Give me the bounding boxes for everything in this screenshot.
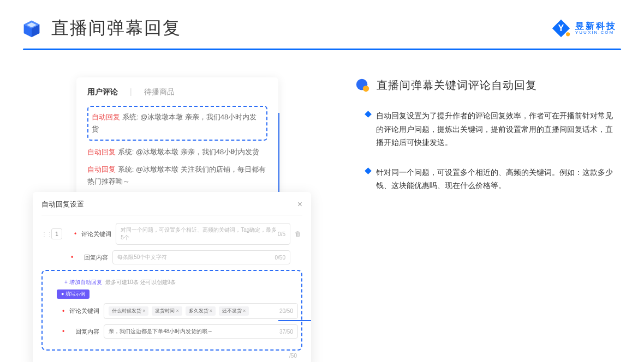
diamond-icon [365,167,372,174]
keyword-tag[interactable]: 还不发货× [219,306,249,316]
tab-user-comments[interactable]: 用户评论 [87,87,118,97]
char-count: 20/50 [279,308,293,314]
add-auto-reply-link[interactable]: + 增加自动回复最多可建10条 还可以创建9条 [64,279,298,286]
svg-text:Y: Y [558,23,564,33]
page-header: 直播间弹幕回复 Y 昱新科技 YUUXIN.COM [0,0,644,49]
cube-icon [22,19,41,38]
tabs: 用户评论 | 待播商品 [87,87,267,97]
keyword-tag[interactable]: 什么时候发货× [109,306,148,316]
example-badge: ● 填写示例 [57,289,90,299]
connector-line [278,320,311,321]
bullet-text: 针对同一个问题，可设置多个相近的、高频的关键词。例如：这款多少钱、这块能优惠吗、… [376,166,617,192]
keyword-label: 评论关键词 [69,307,99,315]
svg-point-8 [363,86,369,92]
auto-reply-badge: 自动回复 [92,113,120,121]
char-count: 37/50 [279,329,293,335]
system-label: 系统: [122,113,139,121]
keyword-row: ⋮⋮ 1 • 评论关键词 对同一个问题，可设置多个相近、高频的关键词，Tag确定… [41,223,302,245]
example-highlight-box: + 增加自动回复最多可建10条 还可以创建9条 ● 填写示例 • 评论关键词 什… [41,270,302,351]
content-label: 回复内容 [69,328,99,336]
auto-reply-settings-modal: 自动回复设置 × ⋮⋮ 1 • 评论关键词 对同一个问题，可设置多个相近、高频的… [33,192,311,362]
example-content-row: • 回复内容 亲，我们这边都是下单48小时内发货的哦～ 37/50 [46,324,298,339]
required-dot: • [62,328,64,335]
description-column: 直播间弹幕关键词评论自动回复 自动回复设置为了提升作者的评论回复效率，作者可在开… [338,77,617,350]
close-icon[interactable]: × [297,200,302,209]
diamond-icon [365,111,372,118]
keyword-tag[interactable]: 发货时间× [152,306,182,316]
bullet-text: 自动回复设置为了提升作者的评论回复效率，作者可在开播前针对常见的评论用户问题，提… [376,109,617,149]
page-title: 直播间弹幕回复 [51,16,181,40]
bullet-item: 自动回复设置为了提升作者的评论回复效率，作者可在开播前针对常见的评论用户问题，提… [366,109,617,149]
required-dot: • [62,307,64,315]
screenshot-mockups: 用户评论 | 待播商品 自动回复 系统: @冰墩墩本墩 亲亲，我们48小时内发货… [33,77,317,350]
char-count: 0/5 [278,231,285,237]
brand-name: 昱新科技 [575,21,617,31]
system-label: 系统: [118,165,134,173]
comment-row: 自动回复 系统: @冰墩墩本墩 关注我们的店铺，每日都有热门推荐呦～ [87,164,267,188]
system-label: 系统: [118,148,134,156]
header-left: 直播间弹幕回复 [22,16,181,40]
section-title: 直播间弹幕关键词评论自动回复 [377,78,537,93]
required-dot: • [71,254,73,261]
example-keyword-row: • 评论关键词 什么时候发货×发货时间×多久发货×还不发货× 20/50 [46,303,298,319]
tab-products[interactable]: 待播商品 [144,87,175,97]
keyword-tag[interactable]: 多久发货× [186,306,216,316]
keyword-input[interactable]: 对同一个问题，可设置多个相近、高频的关键词，Tag确定，最多5个 0/5 [116,223,290,245]
bullet-list: 自动回复设置为了提升作者的评论回复效率，作者可在开播前针对常见的评论用户问题，提… [355,109,617,192]
comment-row: 自动回复 系统: @冰墩墩本墩 亲亲，我们48小时内发货 [87,146,267,158]
sequence-number: 1 [51,228,62,239]
content-label: 回复内容 [77,254,108,262]
required-dot: • [74,230,76,238]
bullet-item: 针对同一个问题，可设置多个相近的、高频的关键词。例如：这款多少钱、这块能优惠吗、… [366,166,617,192]
delete-icon[interactable]: 🗑 [295,230,302,238]
char-count: 0/50 [275,255,285,261]
bullet-icon [355,77,370,93]
comment-text: @冰墩墩本墩 亲亲，我们48小时内发货 [136,148,259,156]
example-keyword-input[interactable]: 什么时候发货×发货时间×多久发货×还不发货× 20/50 [104,303,298,319]
highlighted-comment: 自动回复 系统: @冰墩墩本墩 亲亲，我们48小时内发货 [87,106,267,141]
modal-title: 自动回复设置 [41,200,84,209]
example-content-input[interactable]: 亲，我们这边都是下单48小时内发货的哦～ 37/50 [104,324,298,339]
section-heading: 直播间弹幕关键词评论自动回复 [355,77,617,93]
brand-logo: Y 昱新科技 YUUXIN.COM [551,19,617,38]
drag-handle-icon[interactable]: ⋮⋮ [41,231,47,237]
keyword-label: 评论关键词 [81,230,111,238]
auto-reply-badge: 自动回复 [87,148,116,156]
footer-count: /50 [41,351,302,359]
brand-sub: YUUXIN.COM [575,31,617,35]
brand-icon: Y [551,19,571,38]
comments-panel: 用户评论 | 待播商品 自动回复 系统: @冰墩墩本墩 亲亲，我们48小时内发货… [76,77,278,206]
auto-reply-badge: 自动回复 [87,165,116,173]
content-input[interactable]: 每条限50个中文字符 0/50 [112,250,290,264]
content-row: • 回复内容 每条限50个中文字符 0/50 [41,250,302,264]
svg-point-6 [566,32,570,36]
